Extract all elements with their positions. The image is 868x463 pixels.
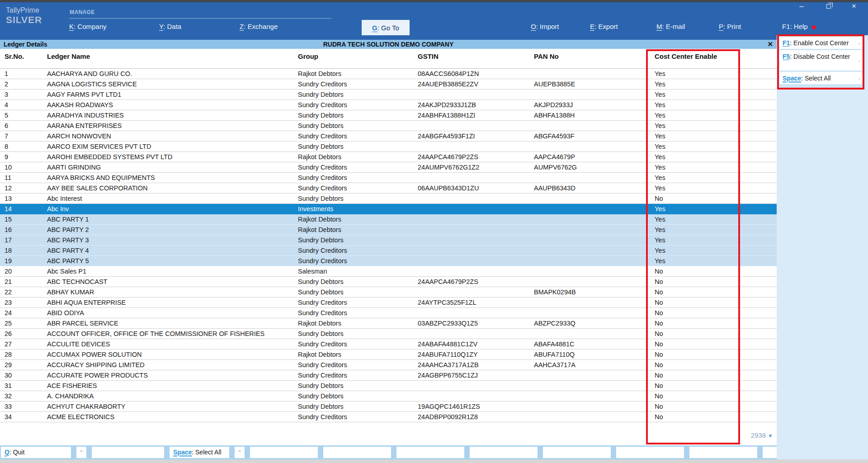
- panel-item-select-all[interactable]: Space : Select All ‹: [779, 72, 862, 84]
- cell-pan-no: ABGFA4593F: [531, 131, 649, 141]
- menu-item-email[interactable]: M: E-mail: [656, 23, 685, 30]
- cell-group: Rajkot Debtors: [295, 152, 415, 162]
- table-row[interactable]: 29 ACCURACY SHIPPING LIMITED Sundry Cred…: [0, 360, 777, 370]
- table-row[interactable]: 16 ABC PARTY 2 Rajkot Debtors Yes: [0, 225, 777, 235]
- cell-pan-no: [531, 204, 649, 214]
- cell-ledger-name: ACCURATE POWER PRODUCTS: [43, 370, 295, 380]
- cell-ledger-name: AARANA ENTERPRISES: [43, 121, 295, 131]
- table-row[interactable]: 15 ABC PARTY 1 Rajkot Debtors Yes: [0, 214, 777, 225]
- cell-ledger-name: AARCO EXIM SERVICES PVT LTD: [43, 142, 295, 151]
- table-row[interactable]: 7 AARCH NONWOVEN Sundry Creditors 24ABGF…: [0, 131, 777, 142]
- cell-cost-center-enable: No: [649, 402, 777, 411]
- cell-cost-center-enable: Yes: [649, 69, 777, 79]
- panel-item-disable-cost-center[interactable]: F5 : Disable Cost Center ‹: [779, 50, 862, 71]
- table-row[interactable]: 23 ABHI AQUA ENTERPRISE Sundry Creditors…: [0, 298, 777, 308]
- cell-gstin: 24AYTPC3525F1ZL: [415, 298, 531, 307]
- table-row[interactable]: 19 ABC PARTY 5 Sundry Creditors Yes: [0, 256, 777, 266]
- table-row[interactable]: 28 ACCUMAX POWER SOLUTION Rajkot Debtors…: [0, 350, 777, 360]
- cell-gstin: [415, 391, 531, 401]
- table-row[interactable]: 5 AARADHYA INDUSTRIES Sundry Debtors 24A…: [0, 110, 777, 121]
- cell-sr-no: 8: [0, 142, 43, 151]
- table-row[interactable]: 21 ABC TECHNOCAST Sundry Debtors 24AAPCA…: [0, 277, 777, 287]
- table-row[interactable]: 14 Abc Inv Investments Yes: [0, 204, 777, 214]
- table-row[interactable]: 13 Abc Interest Sundry Debtors No: [0, 194, 777, 204]
- cell-pan-no: AAPCA4679P: [531, 152, 649, 162]
- table-row[interactable]: 18 ABC PARTY 4 Sundry Creditors Yes: [0, 246, 777, 256]
- menu-item-company[interactable]: K: Company: [69, 23, 107, 30]
- report-title-bar: Ledger Details RUDRA TECH SOLUTION DEMO …: [0, 40, 777, 49]
- table-row[interactable]: 22 ABHAY KUMAR Sundry Debtors BMAPK0294B…: [0, 287, 777, 298]
- cell-cost-center-enable: Yes: [649, 183, 777, 193]
- select-all-button[interactable]: Space: Select All: [170, 447, 229, 458]
- cell-gstin: 08AACCS6084P1ZN: [415, 69, 531, 79]
- cell-pan-no: ABHFA1388H: [531, 110, 649, 120]
- table-row[interactable]: 6 AARANA ENTERPRISES Sundry Debtors Yes: [0, 121, 777, 131]
- table-row[interactable]: 26 ACCOUNT OFFICER, OFFICE OF THE COMMIS…: [0, 329, 777, 339]
- cell-gstin: [415, 308, 531, 318]
- table-row[interactable]: 10 AARTI GRINDING Sundry Creditors 24AUM…: [0, 162, 777, 173]
- cell-group: Sundry Creditors: [295, 183, 415, 193]
- menu-item-export[interactable]: E: Export: [590, 23, 618, 30]
- table-row[interactable]: 8 AARCO EXIM SERVICES PVT LTD Sundry Deb…: [0, 142, 777, 152]
- cell-sr-no: 2: [0, 79, 43, 89]
- cell-gstin: [415, 90, 531, 99]
- table-row[interactable]: 12 AAY BEE SALES CORPORATION Sundry Cred…: [0, 183, 777, 194]
- cell-cost-center-enable: No: [649, 370, 777, 380]
- tallyprime-window: TallyPrime SILVER MANAGE K: Company Y: D…: [0, 0, 868, 463]
- table-row[interactable]: 3 AAGY FARMS PVT LTD1 Sundry Debtors Yes: [0, 90, 777, 100]
- cell-pan-no: AAUPB6343D: [531, 183, 649, 193]
- cell-gstin: 24ADBPP0092R1Z8: [415, 412, 531, 422]
- table-row[interactable]: 27 ACCULITE DEVICES Sundry Creditors 24A…: [0, 339, 777, 350]
- row-count-indicator[interactable]: 2938▼: [710, 431, 773, 439]
- cell-cost-center-enable: Yes: [649, 90, 777, 99]
- table-row[interactable]: 32 A. CHANDRIKA Sundry Debtors No: [0, 391, 777, 402]
- cell-group: Sundry Debtors: [295, 277, 415, 287]
- panel-item-enable-cost-center[interactable]: F1 : Enable Cost Center ‹: [779, 37, 862, 49]
- table-row[interactable]: 30 ACCURATE POWER PRODUCTS Sundry Credit…: [0, 370, 777, 381]
- goto-button[interactable]: G: Go To: [362, 20, 410, 35]
- table-row[interactable]: 17 ABC PARTY 3 Sundry Debtors Yes: [0, 235, 777, 246]
- cell-ledger-name: ABC PARTY 1: [43, 214, 295, 224]
- cell-gstin: 24AUMPV6762G1Z2: [415, 162, 531, 172]
- table-row[interactable]: 24 ABID ODIYA Sundry Creditors No: [0, 308, 777, 318]
- table-row[interactable]: 31 ACE FISHERIES Sundry Debtors No: [0, 381, 777, 391]
- cell-cost-center-enable: Yes: [649, 131, 777, 141]
- cell-sr-no: 20: [0, 266, 43, 276]
- table-row[interactable]: 11 AARYA BRICKS AND EQUIPMENTS Sundry Cr…: [0, 173, 777, 183]
- close-window-icon[interactable]: ✕: [848, 2, 860, 11]
- cell-ledger-name: ACCULITE DEVICES: [43, 339, 295, 349]
- cell-gstin: [415, 256, 531, 266]
- cell-gstin: 19AGQPC1461R1ZS: [415, 402, 531, 411]
- table-row[interactable]: 2 AAGNA LOGISTICS SERVICE Sundry Credito…: [0, 79, 777, 90]
- table-row[interactable]: 25 ABR PARCEL SERVICE Rajkot Debtors 03A…: [0, 318, 777, 329]
- close-report-icon[interactable]: ✕: [767, 40, 773, 49]
- cell-pan-no: [531, 329, 649, 339]
- menu-item-import[interactable]: O: Import: [531, 23, 559, 30]
- cell-gstin: [415, 173, 531, 183]
- cell-ledger-name: ABC PARTY 3: [43, 235, 295, 245]
- cell-pan-no: [531, 298, 649, 307]
- company-name: RUDRA TECH SOLUTION DEMO COMPANY: [0, 41, 777, 48]
- table-row[interactable]: 33 ACHYUT CHAKRABORTY Sundry Debtors 19A…: [0, 402, 777, 412]
- table-row[interactable]: 34 ACME ELECTRONICS Sundry Creditors 24A…: [0, 412, 777, 422]
- help-notification-dot: [812, 25, 816, 29]
- more-below-icon: ▼: [768, 433, 773, 439]
- row-count: 2938: [751, 431, 766, 439]
- cell-gstin: 06AAUPB6343D1ZU: [415, 183, 531, 193]
- table-row[interactable]: 4 AAKASH ROADWAYS Sundry Creditors 24AKJ…: [0, 100, 777, 110]
- table-row[interactable]: 20 Abc Sales P1 Salesman No: [0, 266, 777, 277]
- table-row[interactable]: 9 AAROHI EMBEDDED SYSTEMS PVT LTD Rajkot…: [0, 152, 777, 162]
- empty-button-slot: [396, 447, 464, 458]
- menu-item-help[interactable]: F1: Help: [782, 23, 816, 30]
- menu-item-data[interactable]: Y: Data: [159, 23, 181, 30]
- menu-item-print[interactable]: P: Print: [719, 23, 741, 30]
- quit-button[interactable]: Q: Quit: [1, 447, 71, 458]
- cell-group: Rajkot Debtors: [295, 214, 415, 224]
- minimize-icon[interactable]: –: [796, 2, 807, 11]
- restore-icon[interactable]: [823, 2, 835, 11]
- cell-cost-center-enable: Yes: [649, 79, 777, 89]
- table-row[interactable]: 1 AACHARYA AND GURU CO. Rajkot Debtors 0…: [0, 69, 777, 79]
- menu-item-exchange[interactable]: Z: Exchange: [240, 23, 278, 30]
- cell-cost-center-enable: No: [649, 266, 777, 276]
- cell-sr-no: 17: [0, 235, 43, 245]
